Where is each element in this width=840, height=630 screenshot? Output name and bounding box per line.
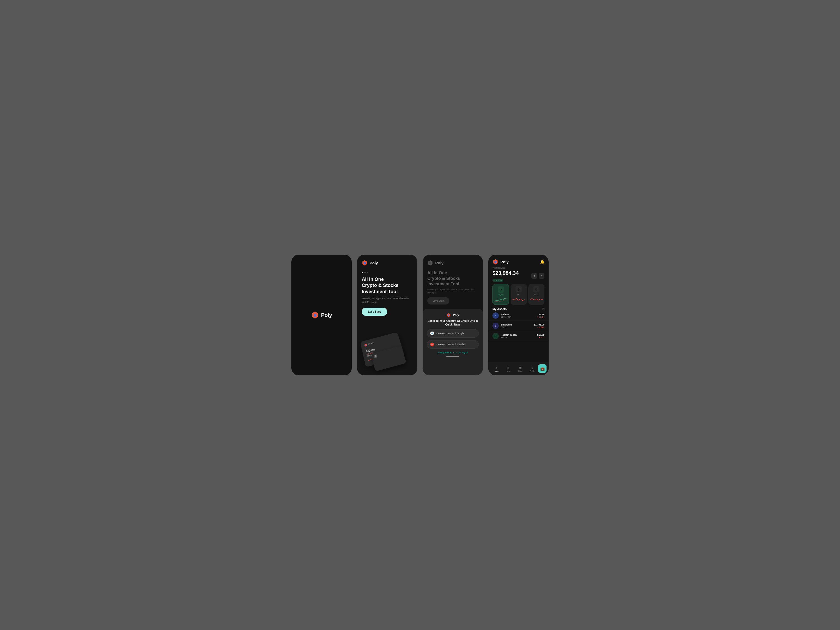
- helium-avatar: H: [493, 313, 499, 319]
- filter-icon[interactable]: ⊟: [542, 308, 545, 311]
- balance-section: Total Balance $23,984.34 ▲ 4.23% ⬇ +: [488, 265, 549, 282]
- assets-header: My Assets ⊟: [488, 305, 549, 311]
- auth-logo: Poly: [427, 260, 478, 266]
- auth-subtitle-dim: Investing In Crypto And Stock Is Much Ea…: [427, 288, 478, 295]
- dot-1: [362, 272, 363, 273]
- nft-label: NFT: [517, 294, 521, 295]
- category-crypto[interactable]: ⬡ Crypto: [493, 284, 509, 305]
- asset-ethereum[interactable]: Ξ Ethereum 23 ETH $1,793.90 ▼ 8.34%: [488, 321, 549, 331]
- card-logo-icon: [364, 343, 368, 347]
- stock-label: Stock: [534, 294, 539, 295]
- kucoin-avatar: K: [493, 333, 499, 339]
- email-btn-label: Create Account With Email ID: [436, 343, 466, 346]
- signin-text: Already Have An Account?: [437, 351, 461, 354]
- bottom-nav: ⌂ Home ⊞ Home ▦ Stats ○ Profile 💼: [488, 363, 549, 375]
- crypto-icon: ⬡: [498, 286, 504, 293]
- ethereum-avatar: Ξ: [493, 323, 499, 329]
- dashboard-logo: Poly: [493, 259, 509, 265]
- onboarding-dots: [362, 272, 413, 273]
- dot-2: [364, 272, 366, 273]
- email-auth-button[interactable]: ✉ Create Account With Email ID: [427, 340, 479, 349]
- onboarding-title: All In OneCrypto & StocksInvestment Tool: [362, 276, 413, 295]
- category-nft[interactable]: ◎ NFT: [510, 284, 527, 305]
- nav-stats[interactable]: ▦ Stats: [514, 366, 526, 372]
- indicator-bar: [446, 356, 459, 357]
- dot-3: [367, 272, 368, 273]
- bell-icon[interactable]: 🔔: [540, 260, 545, 264]
- google-btn-label: Create Account With Google: [436, 332, 464, 335]
- home-icon: ⌂: [495, 366, 497, 369]
- nft-icon: ◎: [516, 286, 522, 292]
- helium-name: Helium: [501, 313, 535, 316]
- onboarding-logo-text: Poly: [369, 261, 378, 265]
- profile-icon: ○: [531, 366, 533, 369]
- screen-dashboard: Poly 🔔 Total Balance $23,984.34 ▲ 4.23% …: [488, 255, 549, 375]
- nav-grid[interactable]: ⊞ Home: [502, 366, 515, 372]
- helium-price: $8.38: [537, 313, 545, 316]
- assets-title: My Assets: [493, 307, 507, 311]
- auth-card-logo-wrap: Poly: [427, 313, 479, 317]
- auth-top: Poly: [423, 255, 483, 266]
- grid-label: Home: [506, 370, 510, 372]
- helium-values: $8.38 ▼ 12.4%: [537, 313, 545, 318]
- screen-auth: Poly All In OneCrypto & StocksInvestment…: [423, 255, 483, 375]
- nav-home[interactable]: ⌂ Home: [490, 366, 502, 372]
- category-stock[interactable]: ⊹ Stock: [528, 284, 545, 305]
- signin-link[interactable]: Sign In: [462, 351, 468, 354]
- balance-row: $23,984.34 ▲ 4.23% ⬇ +: [493, 270, 545, 282]
- helium-sub: 13.882 HNT: [501, 316, 535, 318]
- helium-change: ▼ 12.4%: [537, 316, 545, 318]
- onboarding-logo: Poly: [362, 260, 413, 266]
- kucoin-price: $17.30: [537, 334, 545, 336]
- screen-onboarding: Poly All In OneCrypto & StocksInvestment…: [357, 255, 417, 375]
- google-icon: G: [430, 332, 434, 335]
- home-label: Home: [494, 370, 499, 372]
- signin-row: Already Have An Account? Sign In: [427, 351, 479, 354]
- dashboard-logo-text: Poly: [501, 260, 509, 264]
- auth-card-poly-label: Poly: [453, 313, 459, 317]
- kucoin-change: ▼ 5.31: [537, 336, 545, 338]
- kucoin-name: KuCoin Token: [501, 334, 535, 336]
- screen-splash: Poly: [291, 255, 352, 375]
- kucoin-sub: 43 KCS: [501, 336, 535, 338]
- splash-logo-text: Poly: [321, 312, 332, 318]
- poly-logo-icon-auth-card: [447, 313, 451, 317]
- asset-helium[interactable]: H Helium 13.882 HNT $8.38 ▼ 12.4%: [488, 311, 549, 321]
- stock-icon: ⊹: [533, 286, 540, 292]
- auth-card-logo: Poly: [447, 313, 459, 317]
- onboarding-subtitle: Investing In Crypto And Stock Is Much Ea…: [362, 297, 413, 304]
- lets-start-button[interactable]: Let's Start: [362, 308, 387, 316]
- dashboard-header: Poly 🔔: [488, 255, 549, 265]
- ethereum-sub: 23 ETH: [501, 326, 532, 328]
- download-button[interactable]: ⬇: [531, 273, 537, 279]
- add-button[interactable]: +: [538, 273, 545, 279]
- nft-chart: [512, 296, 525, 302]
- phone-mockup: POLY ⊟ Activity -17.16% Ethereum ⊟: [357, 333, 417, 375]
- auth-onboard-section: All In OneCrypto & StocksInvestment Tool…: [423, 266, 483, 305]
- change-badge: ▲ 4.23%: [493, 279, 503, 282]
- wallet-button[interactable]: 💼: [538, 364, 546, 373]
- ethereum-name: Ethereum: [501, 324, 532, 326]
- email-icon: ✉: [430, 343, 434, 346]
- onboarding-header: Poly: [357, 255, 417, 266]
- kucoin-info: KuCoin Token 43 KCS: [501, 334, 535, 338]
- balance-label: Total Balance: [493, 267, 545, 269]
- poly-logo-icon-splash: [311, 311, 319, 319]
- asset-kucoin[interactable]: K KuCoin Token 43 KCS $17.30 ▼ 5.31: [488, 331, 549, 341]
- crypto-chart: [494, 297, 507, 302]
- profile-label: Profile: [530, 370, 534, 372]
- auth-start-btn-dim[interactable]: Let's Start: [427, 297, 449, 305]
- category-cards: ⬡ Crypto ◎ NFT ⊹ Stock: [488, 282, 549, 305]
- kucoin-values: $17.30 ▼ 5.31: [537, 334, 545, 338]
- crypto-label: Crypto: [498, 294, 504, 295]
- auth-title-dim: All In OneCrypto & StocksInvestment Tool: [427, 270, 478, 287]
- poly-logo-icon-dashboard: [493, 259, 498, 265]
- nav-profile[interactable]: ○ Profile: [526, 366, 538, 372]
- google-auth-button[interactable]: G Create Account With Google: [427, 329, 479, 338]
- ethereum-price: $1,793.90: [534, 324, 545, 326]
- poly-logo-icon-onboarding: [362, 260, 368, 266]
- balance-value: $23,984.34: [493, 270, 519, 276]
- screens-container: Poly Poly All In OneCrypto & StocksInves…: [291, 255, 549, 375]
- stats-icon: ▦: [519, 366, 522, 369]
- auth-logo-text: Poly: [435, 261, 444, 265]
